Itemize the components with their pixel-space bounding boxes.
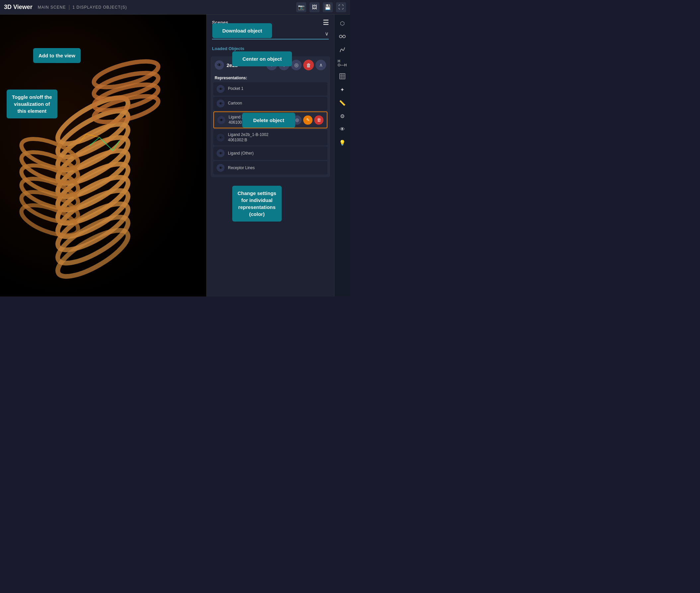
scene-name: Main: [212, 31, 223, 37]
pocket1-name: Pocket 1: [228, 86, 324, 91]
add-object-button[interactable]: +: [266, 60, 277, 70]
rep-item-receptor-lines: Receptor Lines: [213, 161, 327, 174]
svg-point-26: [339, 35, 342, 38]
representations-label: Representations:: [211, 74, 330, 82]
download-object-button[interactable]: ⬇: [279, 60, 289, 70]
ligand-b-visibility[interactable]: [217, 134, 225, 142]
loaded-objects-label: Loaded Objects: [207, 43, 334, 54]
rep-item-pocket1: Pocket 1: [213, 82, 327, 95]
fullscreen-button[interactable]: ⛶: [336, 2, 346, 12]
icon-sidebar: ⬡ HO—H ✦ 📏 ⚙ 👁 💡: [334, 14, 350, 296]
objects-badge: 1 DISPLAYED OBJECT(S): [73, 5, 127, 10]
scenes-label: Scenes: [212, 20, 228, 25]
ligand-a-actions: ◎ ✎ 🗑: [292, 115, 323, 125]
object-visibility-toggle[interactable]: [215, 61, 224, 70]
rep-item-ligand-b: Ligand 2e2b_1-B-10024061002:B: [213, 130, 327, 145]
hydrogen-bond-icon[interactable]: HO—H: [337, 57, 348, 69]
collapse-object-button[interactable]: ∧: [315, 60, 326, 70]
receptor-lines-visibility[interactable]: [217, 164, 225, 172]
ligand-b-name: Ligand 2e2b_1-B-10024061002:B: [228, 132, 324, 143]
representations-list: Pocket 1 Cartoon Ligand 2e2b_1-A-1001406…: [211, 82, 330, 177]
receptor-lines-name: Receptor Lines: [228, 165, 324, 171]
object-card: 2e2b + ⬇ ◎ 🗑 ∧ Representations: Pocket 1: [211, 56, 330, 177]
binding-icon[interactable]: ✦: [337, 84, 348, 95]
surface-icon[interactable]: [337, 70, 348, 82]
helix-icon[interactable]: [337, 44, 348, 56]
cartoon-name: Cartoon: [228, 101, 324, 106]
eye-sidebar-icon[interactable]: 👁: [337, 123, 348, 135]
chain-icon[interactable]: [337, 31, 348, 42]
settings-icon[interactable]: ⚙: [337, 110, 348, 122]
light-icon[interactable]: 💡: [337, 136, 348, 149]
header-icons: 📷 🖼 💾 ⛶: [296, 2, 346, 12]
svg-rect-29: [340, 74, 345, 79]
main-layout: Scenes ☰ Main ∨ Loaded Objects 2e2b + ⬇ …: [0, 14, 350, 296]
delete-object-button[interactable]: 🗑: [303, 60, 314, 70]
rep-item-ligand-a: Ligand 2e2b_1-A-10014061001:A ◎ ✎ 🗑: [213, 111, 327, 128]
scene-selector[interactable]: Main ∨: [212, 31, 329, 39]
svg-point-27: [343, 35, 345, 38]
snapshot-button[interactable]: 📷: [296, 2, 306, 12]
ligand-other-visibility[interactable]: [217, 149, 225, 157]
image-button[interactable]: 🖼: [310, 2, 319, 12]
scene-badge: MAIN SCENE: [38, 5, 66, 10]
scenes-header: Scenes ☰: [207, 14, 334, 29]
center-object-button[interactable]: ◎: [291, 60, 302, 70]
object-name: 2e2b: [227, 62, 264, 68]
ligand-a-delete-btn[interactable]: 🗑: [314, 115, 323, 125]
scene-dropdown-chevron[interactable]: ∨: [325, 31, 329, 37]
object-action-buttons: + ⬇ ◎ 🗑 ∧: [266, 60, 326, 70]
ligand-a-visibility[interactable]: [217, 116, 225, 124]
object-header: 2e2b + ⬇ ◎ 🗑 ∧: [211, 56, 330, 74]
pocket1-visibility[interactable]: [217, 85, 225, 93]
ruler-icon[interactable]: 📏: [337, 97, 348, 109]
protein-visualization: [0, 14, 206, 296]
app-header: 3D Viewer MAIN SCENE | 1 DISPLAYED OBJEC…: [0, 0, 350, 14]
viewer-area[interactable]: [0, 14, 206, 296]
rep-item-ligand-other: Ligand (Other): [213, 147, 327, 160]
ligand-a-name: Ligand 2e2b_1-A-10014061001:A: [229, 115, 289, 125]
ligand-other-name: Ligand (Other): [228, 151, 324, 156]
hamburger-menu[interactable]: ☰: [323, 18, 329, 27]
right-panel: Scenes ☰ Main ∨ Loaded Objects 2e2b + ⬇ …: [206, 14, 334, 296]
app-title: 3D Viewer: [4, 4, 33, 11]
rep-item-cartoon: Cartoon: [213, 97, 327, 110]
molecule-icon[interactable]: ⬡: [337, 17, 348, 29]
cartoon-visibility[interactable]: [217, 100, 225, 108]
ligand-a-edit-btn[interactable]: ✎: [303, 115, 312, 125]
save-button[interactable]: 💾: [323, 2, 333, 12]
ligand-a-vis-btn[interactable]: ◎: [292, 115, 302, 125]
